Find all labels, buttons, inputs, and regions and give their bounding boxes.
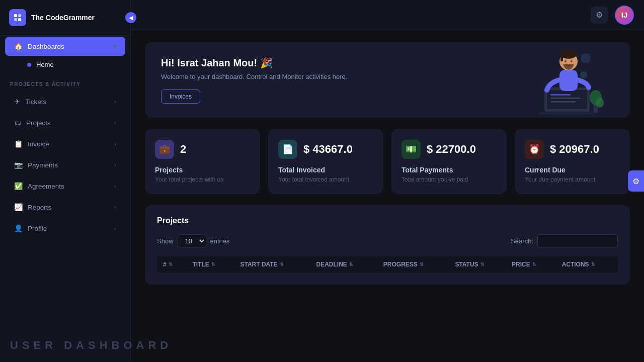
chevron-right-icon-3: › [114, 141, 116, 147]
stat-card-current-due: ⏰ $ 20967.0 Current Due Your due payment… [515, 129, 630, 194]
svg-point-16 [581, 53, 591, 63]
nav-item-tickets[interactable]: ✈ Tickets › [5, 92, 125, 111]
svg-point-17 [580, 71, 587, 78]
search-input[interactable] [537, 234, 618, 248]
col-header-deadline[interactable]: DEADLINE ⇅ [310, 256, 377, 274]
nav-item-agreements[interactable]: ✅ Agreements › [5, 176, 125, 196]
sidebar-collapse-button[interactable]: ◀ [124, 11, 137, 24]
chevron-down-icon: ▾ [113, 43, 116, 50]
welcome-illustration [529, 42, 610, 118]
due-stat-desc: Your due payment amount [525, 176, 620, 183]
topbar: ⚙ IJ [131, 0, 644, 30]
illustration-svg [529, 42, 610, 118]
payments-stat-value: $ 22700.0 [427, 143, 476, 156]
svg-rect-8 [550, 98, 581, 99]
invoiced-stat-desc: Your total invoiced amount [278, 176, 373, 183]
tickets-icon: ✈ [14, 98, 20, 106]
payments-stat-desc: Total amount you've paid [401, 176, 497, 183]
projects-table: # ⇅ TITLE ⇅ START DATE ⇅ DEADLINE ⇅ PROG [157, 256, 618, 274]
nav-sub-item-home[interactable]: Home [5, 57, 125, 72]
page-content: Hi! Israt Jahan Mou! 🎉 Welcome to your d… [131, 30, 644, 362]
col-header-progress[interactable]: PROGRESS ⇅ [377, 256, 449, 274]
stat-card-total-invoiced: 📄 $ 43667.0 Total Invoiced Your total in… [268, 129, 383, 194]
nav-label-home: Home [36, 61, 54, 68]
nav-label-profile: Profile [28, 225, 47, 232]
projects-stat-label: Projects [155, 166, 250, 174]
invoices-button[interactable]: Invoices [161, 89, 200, 104]
reports-icon: 📈 [14, 203, 23, 211]
projects-stat-desc: Your total projects with us [155, 176, 250, 183]
nav-item-reports[interactable]: 📈 Reports › [5, 198, 125, 217]
entries-label: entries [210, 237, 230, 245]
show-label: Show [157, 237, 174, 245]
col-header-title[interactable]: TITLE ⇅ [186, 256, 234, 274]
nav-label-payments: Payments [28, 161, 58, 169]
svg-point-20 [596, 98, 604, 108]
col-header-actions[interactable]: ACTIONS ⇅ [556, 256, 618, 274]
nav-dot [27, 63, 31, 67]
profile-icon: 👤 [14, 224, 23, 232]
sort-icon-num: ⇅ [169, 262, 173, 267]
stat-cards-grid: 💼 2 Projects Your total projects with us… [145, 129, 630, 194]
invoiced-stat-icon: 📄 [278, 140, 297, 159]
nav-label-invoice: Invoice [28, 140, 49, 148]
sort-icon-progress: ⇅ [420, 262, 424, 267]
nav-item-profile[interactable]: 👤 Profile › [5, 219, 125, 238]
app-name: The CodeGrammer [31, 14, 95, 22]
payments-stat-label: Total Payments [401, 166, 497, 174]
show-entries-control: Show 10 25 50 entries [157, 234, 230, 248]
right-panel-button[interactable]: ⚙ [628, 170, 644, 192]
projects-icon: 🗂 [14, 119, 21, 127]
welcome-card: Hi! Israt Jahan Mou! 🎉 Welcome to your d… [145, 42, 630, 118]
gear-icon: ⚙ [596, 10, 603, 20]
invoice-icon: 📋 [14, 140, 23, 148]
due-stat-value: $ 20967.0 [550, 143, 599, 156]
svg-rect-2 [14, 18, 17, 21]
nav-section-label: PROJECTS & ACTIVITY [0, 72, 130, 91]
nav-label-dashboards: Dashboards [28, 43, 64, 50]
svg-point-14 [565, 60, 567, 62]
sort-icon-actions: ⇅ [591, 262, 595, 267]
topbar-gear-button[interactable]: ⚙ [591, 7, 608, 24]
payments-stat-icon: 💵 [401, 140, 421, 159]
due-stat-label: Current Due [525, 166, 620, 174]
chevron-right-icon-4: › [114, 162, 116, 168]
sort-icon-status: ⇅ [480, 262, 485, 267]
projects-section: Projects Show 10 25 50 entries Search: [145, 205, 630, 285]
agreements-icon: ✅ [14, 182, 23, 190]
search-row: Search: [511, 234, 618, 248]
avatar[interactable]: IJ [615, 6, 634, 25]
svg-rect-1 [18, 14, 21, 17]
nav-label-tickets: Tickets [25, 98, 46, 106]
right-panel-gear-icon: ⚙ [632, 176, 639, 186]
entries-select[interactable]: 10 25 50 [178, 234, 206, 248]
invoiced-stat-label: Total Invoiced [278, 166, 373, 174]
table-controls: Show 10 25 50 entries Search: [157, 234, 618, 248]
col-header-status[interactable]: STATUS ⇅ [449, 256, 506, 274]
nav-item-payments[interactable]: 📷 Payments › [5, 155, 125, 174]
projects-stat-value: 2 [180, 143, 186, 156]
svg-point-15 [571, 60, 573, 62]
svg-rect-0 [14, 14, 17, 17]
nav-item-invoice[interactable]: 📋 Invoice › [5, 134, 125, 153]
svg-rect-6 [539, 112, 595, 115]
nav-label-reports: Reports [28, 204, 51, 211]
stat-card-projects: 💼 2 Projects Your total projects with us [145, 129, 260, 194]
nav-item-dashboards[interactable]: 🏠 Dashboards ▾ [5, 37, 125, 56]
projects-stat-icon: 💼 [155, 140, 174, 159]
stat-card-total-payments: 💵 $ 22700.0 Total Payments Total amount … [391, 129, 507, 194]
chevron-right-icon-2: › [114, 120, 116, 126]
chevron-right-icon-6: › [114, 204, 116, 210]
col-header-price[interactable]: PRICE ⇅ [506, 256, 556, 274]
col-header-start-date[interactable]: START DATE ⇅ [234, 256, 310, 274]
svg-rect-10 [559, 70, 578, 91]
payments-icon: 📷 [14, 161, 23, 169]
search-label: Search: [511, 237, 533, 245]
col-header-num[interactable]: # ⇅ [157, 256, 186, 274]
sort-icon-title: ⇅ [211, 262, 215, 267]
sidebar: The CodeGrammer ◀ 🏠 Dashboards ▾ Home PR… [0, 0, 131, 362]
nav-item-projects[interactable]: 🗂 Projects › [5, 113, 125, 132]
due-stat-icon: ⏰ [525, 140, 544, 159]
svg-rect-3 [18, 18, 21, 21]
sidebar-logo: The CodeGrammer ◀ [0, 0, 130, 36]
